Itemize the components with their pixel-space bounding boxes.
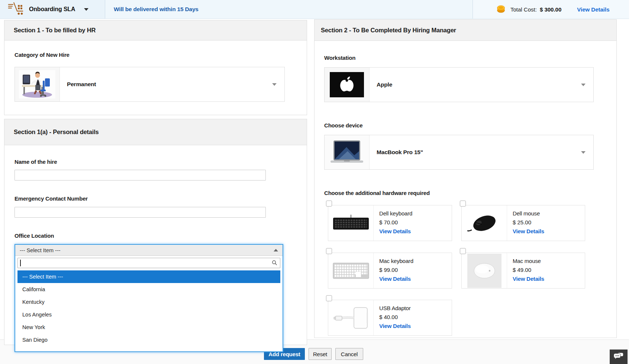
hardware-price: $ 49.00	[513, 267, 544, 273]
mac-mouse-checkbox[interactable]	[460, 248, 466, 254]
combobox-option-list: --- Select Item --- California Kentucky …	[15, 270, 283, 351]
category-value: Permanent	[60, 81, 96, 88]
office-location-combobox: --- Select Item --- --- Select Item --- …	[14, 244, 283, 352]
hardware-name: Dell mouse	[513, 210, 544, 217]
dell-mouse-image	[462, 205, 507, 241]
section2-panel: Section 2 - To Be Completed By Hiring Ma…	[314, 19, 617, 338]
option-san-diego[interactable]: San Diego	[17, 334, 280, 346]
catalog-item-selector[interactable]: Onboarding SLA	[0, 0, 105, 19]
dell-keyboard-checkbox[interactable]	[326, 201, 332, 207]
usb-adaptor-image	[328, 300, 374, 335]
section1a-panel: Section 1(a) - Personal details Name of …	[4, 119, 307, 345]
hardware-card-mac-keyboard: Mac keyboard $ 99.00 View Details	[328, 253, 452, 289]
apple-logo-image	[325, 68, 370, 102]
emergency-label: Emergency Contact Number	[14, 195, 88, 202]
hardware-card-dell-mouse: Dell mouse $ 25.00 View Details	[461, 205, 585, 241]
delivery-note: Will be delivered within 15 Days	[114, 6, 199, 13]
office-location-selected-text: --- Select Item ---	[20, 247, 61, 253]
hardware-view-details-link[interactable]: View Details	[379, 228, 412, 234]
workstation-dropdown[interactable]: Apple	[324, 67, 594, 102]
chevron-down-icon	[581, 151, 586, 154]
hardware-card-mac-mouse: Mac mouse $ 49.00 View Details	[461, 253, 585, 289]
combobox-search-input[interactable]	[17, 258, 280, 268]
hardware-name: Mac keyboard	[379, 258, 413, 264]
sla-banner: Will be delivered within 15 Days	[105, 0, 473, 19]
hardware-view-details-link[interactable]: View Details	[379, 323, 411, 329]
section1a-title: Section 1(a) - Personal details	[14, 129, 99, 136]
option-select-item[interactable]: --- Select Item ---	[17, 270, 280, 283]
office-location-selected[interactable]: --- Select Item ---	[15, 245, 283, 256]
chat-launcher-button[interactable]	[610, 350, 628, 364]
office-location-label: Office Location	[14, 233, 54, 239]
top-bar: Onboarding SLA Will be delivered within …	[0, 0, 629, 19]
chevron-up-icon	[274, 249, 278, 251]
hardware-price: $ 40.00	[379, 314, 411, 320]
hardware-price: $ 70.00	[379, 219, 412, 225]
name-label: Name of the hire	[14, 159, 57, 165]
section1-title: Section 1 - To be filled by HR	[14, 27, 96, 34]
catalog-item-title: Onboarding SLA	[29, 6, 75, 13]
onboarding-catalog-page: Onboarding SLA Will be delivered within …	[0, 0, 632, 364]
option-california[interactable]: California	[17, 283, 280, 296]
shopping-cart-icon	[7, 1, 24, 17]
cost-view-details-link[interactable]: View Details	[577, 6, 609, 13]
chevron-down-icon	[581, 84, 586, 86]
hardware-price: $ 99.00	[379, 267, 413, 273]
macbook-image	[325, 135, 370, 169]
hardware-name: USB Adaptor	[379, 305, 411, 311]
section2-header: Section 2 - To Be Completed By Hiring Ma…	[315, 20, 616, 41]
total-cost-bar: Total Cost: $ 300.00 View Details	[473, 0, 629, 19]
hardware-card-usb-adaptor: USB Adaptor $ 40.00 View Details	[328, 300, 452, 336]
total-cost-value: $ 300.00	[540, 6, 561, 13]
hardware-view-details-link[interactable]: View Details	[379, 276, 413, 282]
usb-adaptor-checkbox[interactable]	[326, 295, 332, 301]
section1-header: Section 1 - To be filled by HR	[4, 20, 307, 40]
option-new-york[interactable]: New York	[17, 321, 280, 334]
combobox-search-row	[15, 256, 283, 270]
permanent-employee-image	[15, 67, 60, 101]
hardware-price: $ 25.00	[513, 219, 544, 225]
workstation-value: Apple	[370, 81, 392, 88]
mac-mouse-image	[462, 253, 507, 288]
device-value: MacBook Pro 15"	[370, 149, 423, 156]
workstation-label: Workstation	[324, 55, 355, 61]
option-kentucky[interactable]: Kentucky	[17, 296, 280, 308]
section1a-header: Section 1(a) - Personal details	[4, 119, 307, 145]
name-input[interactable]	[14, 170, 266, 181]
coin-icon	[496, 4, 506, 15]
chevron-down-icon	[84, 8, 88, 11]
dell-keyboard-image	[328, 205, 374, 241]
hardware-name: Mac mouse	[513, 258, 544, 264]
device-label: Choose device	[324, 122, 362, 129]
dell-mouse-checkbox[interactable]	[460, 201, 466, 207]
total-cost-label: Total Cost:	[510, 6, 537, 13]
hardware-label: Choose the additional hardware required	[324, 190, 430, 196]
hardware-name: Dell keyboard	[379, 210, 412, 217]
option-los-angeles[interactable]: Los Angeles	[17, 308, 280, 321]
mac-keyboard-checkbox[interactable]	[326, 248, 332, 254]
hardware-card-dell-keyboard: Dell keyboard $ 70.00 View Details	[328, 205, 452, 241]
category-label: Category of New Hire	[14, 52, 70, 58]
hardware-view-details-link[interactable]: View Details	[513, 276, 544, 282]
section1-panel: Section 1 - To be filled by HR Category …	[4, 20, 307, 115]
reset-button[interactable]: Reset	[309, 348, 332, 360]
mac-keyboard-image	[328, 253, 374, 288]
category-dropdown[interactable]: Permanent	[14, 67, 285, 102]
right-gutter	[629, 0, 632, 364]
hardware-view-details-link[interactable]: View Details	[513, 228, 544, 234]
emergency-input[interactable]	[14, 207, 266, 218]
cancel-button[interactable]: Cancel	[335, 348, 363, 360]
chat-bubbles-icon	[614, 352, 624, 362]
search-icon	[272, 260, 277, 267]
text-cursor	[20, 260, 21, 266]
chevron-down-icon	[272, 83, 277, 86]
device-dropdown[interactable]: MacBook Pro 15"	[324, 135, 594, 170]
section2-title: Section 2 - To Be Completed By Hiring Ma…	[321, 27, 456, 34]
